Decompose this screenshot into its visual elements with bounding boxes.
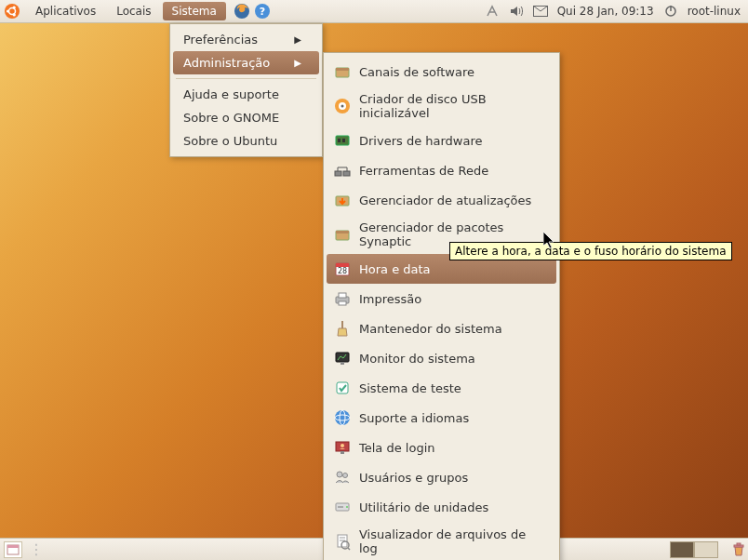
menu-item-label: Sobre o Ubuntu: [183, 134, 277, 148]
printer-icon: [333, 289, 352, 308]
svg-rect-43: [338, 506, 343, 508]
drivers-icon: [333, 131, 352, 150]
admin-item-label: Gerenciador de atualizações: [359, 193, 531, 207]
svg-point-2: [7, 9, 9, 12]
clock[interactable]: Qui 28 Jan, 09:13: [557, 5, 654, 18]
svg-rect-19: [335, 171, 341, 176]
svg-rect-23: [336, 231, 349, 233]
menu-item-administracao[interactable]: Administração ▶: [173, 51, 319, 74]
admin-item-users[interactable]: Usuários e grupos: [324, 462, 559, 492]
users-icon: [333, 468, 352, 487]
svg-rect-38: [341, 451, 344, 454]
svg-text:?: ?: [260, 6, 265, 18]
svg-line-48: [348, 548, 350, 550]
admin-item-label: Mantenedor do sistema: [359, 322, 502, 336]
menu-item-sobre-gnome[interactable]: Sobre o GNOME: [170, 106, 322, 129]
chevron-right-icon: ▶: [294, 34, 301, 45]
power-icon[interactable]: [663, 4, 678, 19]
menu-locais[interactable]: Locais: [107, 2, 160, 20]
launcher-icons: ?: [234, 3, 271, 20]
updates-icon: [333, 191, 352, 209]
login-icon: [333, 438, 352, 457]
svg-rect-20: [343, 171, 350, 176]
admin-item-label: Sistema de teste: [359, 381, 461, 395]
admin-item-label: Suporte a idiomas: [359, 411, 469, 425]
mail-icon[interactable]: [533, 4, 548, 19]
admin-item-drivers[interactable]: Drivers de hardware: [324, 126, 559, 155]
admin-item-usb[interactable]: Criador de disco USB inicializável: [324, 87, 559, 126]
svg-rect-31: [341, 362, 344, 365]
svg-point-42: [346, 506, 348, 508]
svg-point-4: [13, 13, 16, 16]
svg-rect-17: [338, 139, 341, 142]
menu-aplicativos[interactable]: Aplicativos: [26, 2, 105, 20]
menu-item-label: Ajuda e suporte: [183, 87, 279, 101]
admin-item-disk[interactable]: Utilitário de unidades: [324, 492, 559, 522]
admin-item-label: Canais de software: [359, 65, 474, 79]
admin-item-label: Impressão: [359, 292, 421, 306]
menu-separator: [176, 78, 316, 79]
menu-item-label: Preferências: [183, 33, 258, 47]
admin-item-label: Visualizador de arquivos de log: [359, 527, 546, 555]
admin-submenu: Canais de softwareCriador de disco USB i…: [323, 52, 560, 560]
menu-sistema[interactable]: Sistema: [163, 2, 226, 20]
admin-item-test[interactable]: Sistema de teste: [324, 373, 559, 403]
svg-point-37: [341, 444, 344, 447]
menu-item-preferencias[interactable]: Preferências ▶: [170, 28, 322, 51]
admin-item-printer[interactable]: Impressão: [324, 284, 559, 313]
admin-item-janitor[interactable]: Mantenedor do sistema: [324, 313, 559, 343]
svg-point-3: [13, 7, 16, 9]
tooltip: Altere a hora, a data e o fuso horário d…: [449, 242, 732, 260]
svg-rect-50: [7, 545, 19, 548]
input-method-icon[interactable]: [485, 4, 500, 19]
svg-rect-29: [339, 301, 346, 305]
top-panel: Aplicativos Locais Sistema ? Qui 28 Jan,…: [0, 0, 748, 23]
bottom-left-section: ⋮: [0, 540, 47, 558]
datetime-icon: 28: [333, 260, 352, 278]
trash-icon[interactable]: [729, 541, 748, 558]
test-icon: [333, 379, 352, 397]
svg-rect-18: [342, 139, 345, 142]
workspace-1[interactable]: [670, 541, 694, 558]
svg-rect-12: [336, 68, 349, 71]
admin-item-label: Criador de disco USB inicializável: [359, 92, 546, 120]
admin-item-network[interactable]: Ferramentas de Rede: [324, 155, 559, 185]
disk-icon: [333, 498, 352, 516]
admin-item-label: Tela de login: [359, 441, 435, 455]
admin-item-updates[interactable]: Gerenciador de atualizações: [324, 185, 559, 215]
admin-item-label: Hora e data: [359, 262, 431, 276]
firefox-icon[interactable]: [234, 3, 250, 20]
workspace-switcher[interactable]: [670, 541, 724, 558]
admin-item-label: Drivers de hardware: [359, 134, 483, 148]
admin-item-language[interactable]: Suporte a idiomas: [324, 403, 559, 433]
janitor-icon: [333, 319, 352, 338]
admin-item-label: Usuários e grupos: [359, 471, 468, 485]
admin-item-monitor[interactable]: Monitor do sistema: [324, 343, 559, 373]
svg-rect-28: [339, 293, 346, 298]
volume-icon[interactable]: [509, 4, 524, 19]
show-desktop-button[interactable]: [4, 541, 22, 558]
admin-item-log[interactable]: Visualizador de arquivos de log: [324, 522, 559, 560]
admin-item-channels[interactable]: Canais de software: [324, 57, 559, 87]
svg-text:28: 28: [338, 267, 347, 275]
svg-point-15: [341, 105, 344, 108]
menu-item-ajuda[interactable]: Ajuda e suporte: [170, 83, 322, 106]
language-icon: [333, 408, 352, 427]
admin-item-login[interactable]: Tela de login: [324, 433, 559, 462]
workspace-2[interactable]: [694, 541, 718, 558]
log-icon: [333, 532, 352, 551]
svg-point-39: [337, 472, 342, 477]
channels-icon: [333, 62, 352, 81]
panel-right-section: Qui 28 Jan, 09:13 root-linux: [485, 4, 748, 19]
system-dropdown-menu: Preferências ▶ Administração ▶ Ajuda e s…: [169, 23, 323, 157]
usb-icon: [333, 97, 352, 115]
svg-point-40: [343, 473, 348, 478]
help-icon[interactable]: ?: [254, 3, 271, 20]
menu-item-label: Sobre o GNOME: [183, 111, 279, 125]
user-label[interactable]: root-linux: [688, 5, 741, 18]
monitor-icon: [333, 349, 352, 367]
svg-rect-32: [337, 382, 348, 393]
menu-item-sobre-ubuntu[interactable]: Sobre o Ubuntu: [170, 129, 322, 153]
panel-left-section: Aplicativos Locais Sistema ?: [0, 2, 271, 20]
synaptic-icon: [333, 225, 352, 244]
